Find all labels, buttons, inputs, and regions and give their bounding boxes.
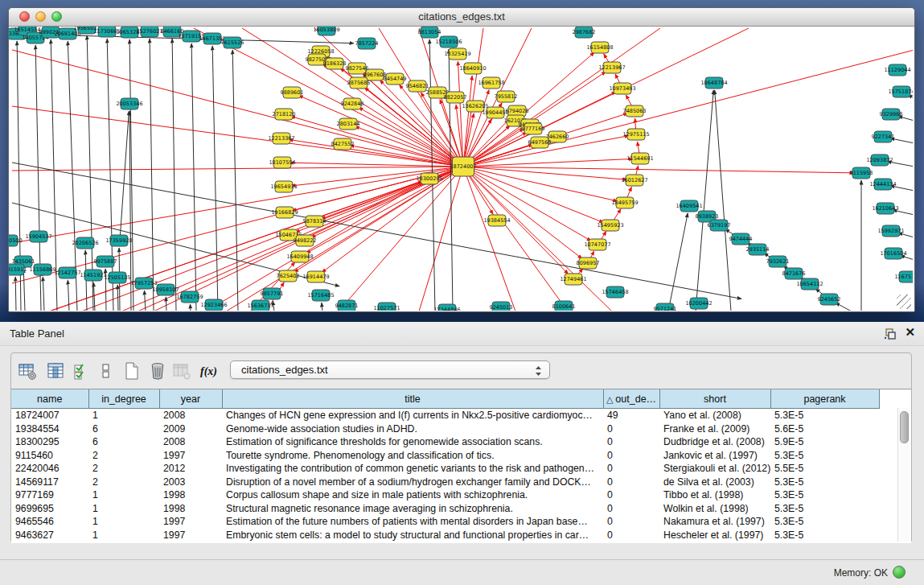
- graph-node[interactable]: 8096957: [577, 257, 600, 269]
- table-cell[interactable]: 9463627: [11, 529, 88, 542]
- graph-node[interactable]: 8813054: [418, 27, 441, 38]
- table-cell[interactable]: 2009: [159, 422, 222, 436]
- table-cell[interactable]: de Silva et al. (2003): [659, 476, 770, 489]
- table-cell[interactable]: 2008: [159, 409, 222, 422]
- graph-node[interactable]: 5878314: [303, 216, 326, 227]
- table-cell[interactable]: Changes of HCN gene expression and I(f) …: [222, 409, 603, 422]
- graph-node[interactable]: 19384554: [483, 215, 510, 226]
- graph-node[interactable]: 16782759: [176, 291, 203, 303]
- table-cell[interactable]: Tourette syndrome. Phenomenology and cla…: [222, 449, 603, 463]
- citation-network-graph[interactable]: 1872400793367711651455414055724899021320…: [9, 27, 913, 311]
- table-cell[interactable]: 1: [88, 515, 159, 529]
- table-cell[interactable]: 0: [603, 515, 659, 529]
- table-cell[interactable]: 1997: [159, 449, 222, 463]
- table-cell[interactable]: 2012: [159, 462, 222, 476]
- table-row[interactable]: 2242004622012Investigating the contribut…: [11, 462, 879, 476]
- graph-node[interactable]: 9482871: [335, 300, 359, 311]
- select-all-icon[interactable]: [71, 360, 92, 382]
- table-cell[interactable]: 2003: [159, 476, 222, 489]
- table-cell[interactable]: 1: [88, 488, 159, 502]
- table-cell[interactable]: 2008: [159, 435, 222, 449]
- graph-node[interactable]: 9571241: [654, 303, 677, 311]
- graph-node[interactable]: 15218506: [435, 36, 462, 47]
- table-cell[interactable]: 19384554: [11, 422, 88, 436]
- graph-node[interactable]: 10747077: [584, 239, 610, 250]
- graph-node[interactable]: 9245652: [818, 294, 841, 305]
- table-cell[interactable]: 9115460: [11, 449, 88, 463]
- table-row[interactable]: 1830029562008Estimation of significance …: [11, 435, 879, 449]
- table-cell[interactable]: 5.3E-5: [770, 529, 879, 542]
- graph-node[interactable]: 16409541: [676, 200, 702, 212]
- attribute-table[interactable]: namein_degreeyeartitle△out_de…shortpager…: [11, 389, 880, 542]
- graph-node[interactable]: 9245013: [490, 302, 513, 311]
- table-cell[interactable]: Investigating the contribution of common…: [222, 462, 603, 476]
- table-cell[interactable]: 9777169: [11, 488, 88, 502]
- graph-node[interactable]: 10973493: [609, 83, 635, 94]
- table-cell[interactable]: 0: [603, 488, 659, 502]
- graph-node[interactable]: 20206526: [72, 237, 98, 249]
- table-cell[interactable]: 1997: [159, 529, 222, 542]
- graph-node[interactable]: 12923466: [200, 299, 227, 311]
- scrollbar-thumb[interactable]: [900, 411, 909, 443]
- table-cell[interactable]: 6: [88, 435, 159, 449]
- table-row[interactable]: 1938455462009Genome-wide association stu…: [11, 422, 879, 436]
- graph-node[interactable]: 3915911: [9, 264, 27, 275]
- graph-node[interactable]: 12505135: [104, 272, 130, 283]
- graph-node[interactable]: 11027571: [373, 303, 400, 311]
- graph-node[interactable]: 11675311: [894, 271, 913, 282]
- graph-node[interactable]: 15636717: [247, 300, 273, 311]
- table-cell[interactable]: 1998: [159, 502, 222, 516]
- graph-node[interactable]: 15276021: [136, 27, 162, 37]
- table-cell[interactable]: Estimation of significance thresholds fo…: [222, 435, 603, 449]
- delete-table-icon[interactable]: [146, 360, 168, 382]
- table-selector-dropdown[interactable]: citations_edges.txt: [230, 360, 550, 379]
- graph-node[interactable]: 15716485: [307, 290, 334, 301]
- graph-node[interactable]: 6497568: [528, 137, 552, 148]
- graph-node[interactable]: 10958107: [152, 284, 179, 295]
- table-cell[interactable]: 0: [603, 422, 659, 436]
- table-cell[interactable]: 0: [603, 449, 659, 463]
- graph-node[interactable]: 12444134: [869, 179, 896, 190]
- graph-node[interactable]: 8100641: [552, 301, 576, 311]
- graph-node[interactable]: 18107554: [269, 157, 295, 168]
- graph-node[interactable]: 12093872: [866, 154, 893, 166]
- graph-node[interactable]: 7625402: [277, 270, 300, 282]
- graph-node[interactable]: 2935114: [746, 244, 770, 255]
- table-settings-icon[interactable]: [16, 360, 38, 382]
- table-row[interactable]: 977716911998Corpus callosum shape and si…: [11, 488, 879, 502]
- graph-node[interactable]: 8186328: [323, 58, 347, 69]
- table-cell[interactable]: 5.3E-5: [770, 488, 879, 502]
- graph-node[interactable]: 19166829: [271, 207, 298, 218]
- graph-node[interactable]: 16053809: [313, 27, 339, 35]
- column-header-short[interactable]: short: [659, 389, 770, 409]
- table-cell[interactable]: 9699695: [11, 502, 88, 516]
- table-cell[interactable]: 5.3E-5: [770, 515, 879, 529]
- graph-node[interactable]: 16154808: [586, 42, 613, 53]
- table-cell[interactable]: Wolkin et al. (1998): [659, 502, 770, 516]
- graph-node[interactable]: 8822057: [444, 92, 467, 103]
- table-cell[interactable]: 18724007: [11, 409, 88, 422]
- graph-node[interactable]: 8471676: [782, 268, 806, 279]
- graph-node[interactable]: 18495759: [611, 197, 638, 208]
- table-cell[interactable]: 0: [603, 502, 659, 516]
- table-cell[interactable]: 2: [88, 449, 159, 463]
- table-cell[interactable]: 14569117: [11, 476, 88, 489]
- graph-node[interactable]: 2987682: [573, 27, 596, 38]
- graph-node[interactable]: 20053346: [116, 98, 142, 109]
- graph-node[interactable]: 12142757: [54, 267, 80, 278]
- graph-node[interactable]: 15751874: [888, 86, 913, 97]
- graph-node[interactable]: 7932621: [766, 256, 790, 267]
- network-canvas[interactable]: 1872400793367711651455414055724899021320…: [9, 27, 913, 311]
- table-cell[interactable]: 9465546: [11, 515, 88, 529]
- graph-node[interactable]: 10200442: [685, 298, 712, 309]
- table-row[interactable]: 969969511998Structural magnetic resonanc…: [11, 502, 879, 516]
- table-cell[interactable]: 5.9E-5: [770, 435, 879, 449]
- table-cell[interactable]: 5.6E-5: [770, 422, 879, 436]
- table-cell[interactable]: 0: [603, 476, 659, 489]
- table-cell[interactable]: Tibbo et al. (1998): [659, 488, 770, 502]
- table-cell[interactable]: 18300295: [11, 435, 88, 449]
- graph-node[interactable]: 16914479: [302, 271, 329, 282]
- table-cell[interactable]: Embryonic stem cells: a model to study s…: [222, 529, 603, 542]
- table-cell[interactable]: Structural magnetic resonance image aver…: [222, 502, 603, 516]
- graph-node[interactable]: 7857224: [355, 38, 379, 49]
